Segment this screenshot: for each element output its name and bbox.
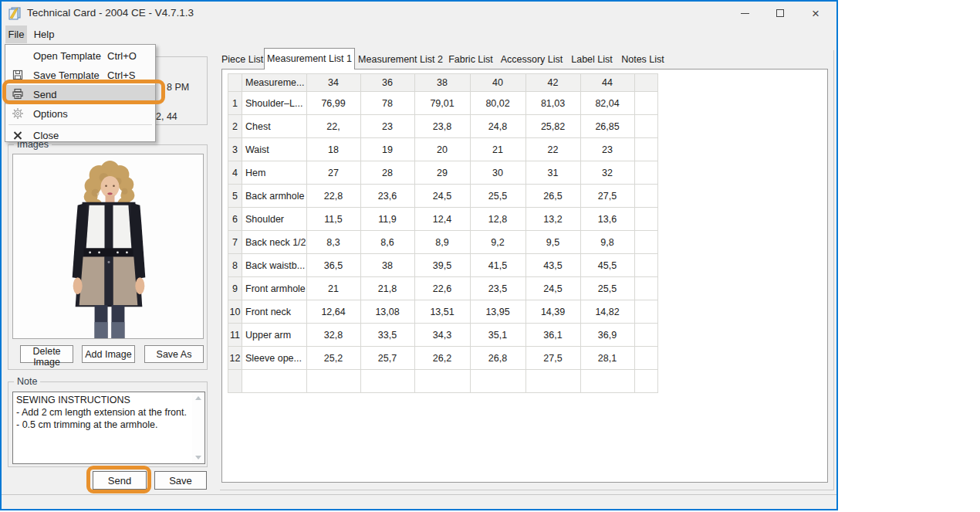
- row-header-cell[interactable]: 8: [228, 254, 242, 277]
- measurement-name-cell[interactable]: Chest: [242, 115, 307, 138]
- scrollbar-up-button[interactable]: [192, 392, 204, 404]
- measurement-value-cell[interactable]: 26,2: [414, 347, 470, 370]
- measurement-value-cell[interactable]: 9,5: [525, 231, 580, 254]
- measurement-value-cell[interactable]: 36,1: [525, 324, 580, 347]
- grid-extra-cell[interactable]: [634, 370, 657, 393]
- measurement-name-cell[interactable]: Shoulder–L...: [242, 92, 307, 115]
- measurement-value-cell[interactable]: [525, 370, 580, 393]
- measurement-value-cell[interactable]: 13,51: [414, 300, 470, 324]
- grid-column-header[interactable]: 40: [470, 74, 525, 92]
- measurement-value-cell[interactable]: 36,9: [580, 324, 634, 347]
- row-header-cell[interactable]: 12: [228, 347, 242, 370]
- measurement-value-cell[interactable]: 78: [360, 92, 414, 115]
- measurement-value-cell[interactable]: 12,64: [306, 300, 360, 324]
- measurement-value-cell[interactable]: 22,: [306, 115, 360, 138]
- measurement-value-cell[interactable]: 23,6: [360, 185, 414, 208]
- measurement-value-cell[interactable]: 45,5: [580, 254, 634, 277]
- measurement-value-cell[interactable]: 13,6: [580, 208, 634, 231]
- grid-column-header[interactable]: 36: [360, 74, 414, 92]
- measurement-value-cell[interactable]: 23: [580, 138, 634, 161]
- measurement-name-cell[interactable]: Back neck 1/2: [242, 231, 307, 254]
- row-header-cell[interactable]: 3: [228, 138, 242, 161]
- grid-extra-cell[interactable]: [634, 324, 657, 347]
- measurement-value-cell[interactable]: 35,1: [470, 324, 525, 347]
- measurement-value-cell[interactable]: 43,5: [525, 254, 580, 277]
- tab-notes-list[interactable]: Notes List: [620, 52, 666, 68]
- measurement-value-cell[interactable]: 24,5: [414, 185, 470, 208]
- row-header-cell[interactable]: [228, 370, 242, 393]
- measurement-value-cell[interactable]: [306, 370, 360, 393]
- menu-help[interactable]: Help: [30, 25, 58, 43]
- measurement-value-cell[interactable]: 20: [414, 138, 470, 161]
- measurement-value-cell[interactable]: 23,8: [414, 115, 470, 138]
- save-button[interactable]: Save: [154, 471, 207, 490]
- row-header-cell[interactable]: 10: [228, 300, 242, 324]
- grid-extra-cell[interactable]: [634, 347, 657, 370]
- measurement-value-cell[interactable]: 8,3: [306, 231, 360, 254]
- measurement-value-cell[interactable]: 36,5: [306, 254, 360, 277]
- menu-item-options[interactable]: Options: [5, 104, 155, 124]
- measurement-value-cell[interactable]: 8,9: [414, 231, 470, 254]
- measurement-value-cell[interactable]: [580, 370, 634, 393]
- save-as-button[interactable]: Save As: [144, 345, 204, 363]
- measurement-value-cell[interactable]: 28: [360, 161, 414, 185]
- measurement-value-cell[interactable]: 9,8: [580, 231, 634, 254]
- measurement-name-cell[interactable]: Hem: [242, 161, 307, 185]
- measurement-value-cell[interactable]: 11,9: [360, 208, 414, 231]
- measurement-name-cell[interactable]: Sleeve ope...: [242, 347, 307, 370]
- row-header-cell[interactable]: 9: [228, 277, 242, 300]
- measurement-value-cell[interactable]: [414, 370, 470, 393]
- menu-item-close[interactable]: Close: [5, 126, 155, 145]
- measurement-value-cell[interactable]: 25,82: [525, 115, 580, 138]
- measurement-value-cell[interactable]: 21: [470, 138, 525, 161]
- measurement-name-cell[interactable]: Waist: [242, 138, 307, 161]
- grid-extra-cell[interactable]: [634, 208, 657, 231]
- send-button[interactable]: Send: [93, 471, 147, 490]
- menu-item-open-template[interactable]: Open Template Ctrl+O: [5, 46, 155, 66]
- measurement-value-cell[interactable]: 23,5: [470, 277, 525, 300]
- measurement-value-cell[interactable]: 23: [360, 115, 414, 138]
- measurement-value-cell[interactable]: 8,6: [360, 231, 414, 254]
- measurement-value-cell[interactable]: 22,6: [414, 277, 470, 300]
- measurement-value-cell[interactable]: 21,8: [360, 277, 414, 300]
- measurement-value-cell[interactable]: 27,5: [580, 185, 634, 208]
- tab-measurement-list-2[interactable]: Measurement List 2: [358, 52, 443, 68]
- measurement-value-cell[interactable]: 79,01: [414, 92, 470, 115]
- measurement-value-cell[interactable]: 34,3: [414, 324, 470, 347]
- tab-accessory-list[interactable]: Accessory List: [500, 52, 563, 68]
- measurement-value-cell[interactable]: 80,02: [470, 92, 525, 115]
- measurement-value-cell[interactable]: 24,5: [525, 277, 580, 300]
- measurement-name-cell[interactable]: [242, 370, 307, 393]
- measurement-value-cell[interactable]: 81,03: [525, 92, 580, 115]
- grid-extra-cell[interactable]: [634, 161, 657, 185]
- grid-column-header[interactable]: 44: [580, 74, 634, 92]
- menu-file[interactable]: File: [5, 25, 27, 43]
- measurement-value-cell[interactable]: 32,8: [306, 324, 360, 347]
- measurement-name-cell[interactable]: Back waistb...: [242, 254, 307, 277]
- grid-extra-cell[interactable]: [634, 277, 657, 300]
- measurement-value-cell[interactable]: 12,8: [470, 208, 525, 231]
- measurement-name-cell[interactable]: Upper arm: [242, 324, 307, 347]
- tab-measurement-list-1[interactable]: Measurement List 1: [264, 48, 355, 70]
- menu-item-send[interactable]: Send: [5, 85, 155, 104]
- grid-extra-cell[interactable]: [634, 254, 657, 277]
- measurement-value-cell[interactable]: 25,2: [306, 347, 360, 370]
- grid-column-header[interactable]: 34: [306, 74, 360, 92]
- measurement-value-cell[interactable]: 19: [360, 138, 414, 161]
- measurement-value-cell[interactable]: [360, 370, 414, 393]
- measurement-value-cell[interactable]: [470, 370, 525, 393]
- measurement-value-cell[interactable]: 27,5: [525, 347, 580, 370]
- add-image-button[interactable]: Add Image: [82, 345, 135, 363]
- measurement-value-cell[interactable]: 21: [306, 277, 360, 300]
- minimize-button[interactable]: [727, 2, 762, 25]
- grid-column-header[interactable]: 38: [414, 74, 470, 92]
- measurement-value-cell[interactable]: 22,8: [306, 185, 360, 208]
- scrollbar-down-button[interactable]: [192, 452, 204, 463]
- measurement-value-cell[interactable]: 14,39: [525, 300, 580, 324]
- measurement-value-cell[interactable]: 82,04: [580, 92, 634, 115]
- measurement-value-cell[interactable]: 26,5: [525, 185, 580, 208]
- row-header-cell[interactable]: 6: [228, 208, 242, 231]
- measurement-value-cell[interactable]: 13,2: [525, 208, 580, 231]
- measurement-value-cell[interactable]: 39,5: [414, 254, 470, 277]
- grid-extra-cell[interactable]: [634, 115, 657, 138]
